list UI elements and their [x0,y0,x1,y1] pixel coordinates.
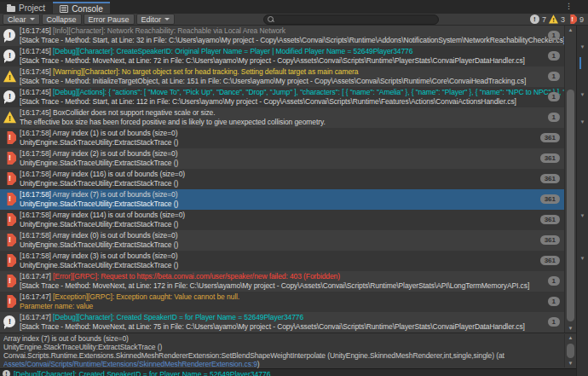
tab-project-label: Project [19,3,45,13]
tab-project[interactable]: Project [0,2,52,14]
foldout-arrow-icon[interactable]: ▼ [577,119,588,124]
collapse-label: Collapse [47,15,77,24]
entry-count-badge: 1 [548,297,560,306]
entry-severity-icon: ! [3,213,16,226]
warning-count-icon[interactable]: ! [549,14,558,24]
entry-severity-icon: ! [3,152,16,165]
console-entry[interactable]: ! [16:17:58] Array index (7) is out of b… [0,189,564,210]
folder-icon [7,4,15,12]
scroll-down-icon[interactable]: ▼ [565,361,576,367]
console-entry[interactable]: ! [16:17:47] [Debug][Character]: Created… [0,312,564,333]
search-icon [268,16,274,22]
console-entry[interactable]: ! [16:17:45] [Debug][Character]: CreateS… [0,46,564,67]
entry-message: Array index (0) is out of bounds (size=0… [53,231,178,240]
entry-stacktrace: [Stack Trace - Method: Start, at Line: 1… [20,97,564,107]
detail-scrollbar[interactable]: ▲ ▼ [564,334,576,367]
entry-message: Array index (3) is out of bounds (size=0… [53,252,178,260]
search-field[interactable] [263,14,439,25]
entry-count-badge: 1 [548,31,560,40]
entry-message: [Debug][Character]: Created SpeakerID = … [53,313,303,321]
console-toolbar: Clear Collapse Error Pause Editor ! 7 ! … [0,14,588,26]
foldout-arrow-icon[interactable]: ▼ [577,44,588,49]
chevron-down-icon [164,18,170,20]
entry-severity-icon: ! [3,193,16,205]
error-count-icon[interactable]: ! [568,14,577,24]
detail-line: Array index (7) is out of bounds (size=0… [3,334,562,343]
entry-stacktrace: UnityEngine.StackTraceUtility:ExtractSta… [20,179,564,188]
status-bar[interactable]: ! [Debug][Character]: Created SpeakerID … [0,368,576,376]
entry-timestamp: [16:17:58] [20,129,51,137]
console-entry[interactable]: ! [16:17:58] Array index (0) is out of b… [0,230,564,251]
console-entry[interactable]: ! [16:17:45] [Warning][Character]: No ta… [0,67,564,87]
console-entry[interactable]: ! [16:17:58] Array index (114) is out of… [0,210,564,230]
console-entry[interactable]: ! [16:17:58] Array index (2) is out of b… [0,148,564,169]
entry-severity-icon: ! [3,275,16,287]
entry-message: [Debug][Character]: CreateSpeakerID: Ori… [53,47,412,55]
link-suffix: ) [257,360,260,368]
list-scrollbar-thumb[interactable] [567,90,574,321]
entry-message: Array index (7) is out of bounds (size=0… [53,190,178,199]
entry-timestamp: [16:17:47] [20,272,51,281]
search-input[interactable] [274,14,435,24]
entry-message: Array index (114) is out of bounds (size… [53,211,185,219]
detail-pane: Array index (7) is out of bounds (size=0… [0,333,576,368]
status-message: [Debug][Character]: Created SpeakerID = … [14,370,270,376]
scroll-down-icon[interactable]: ▼ [565,326,576,332]
entry-stacktrace: UnityEngine.StackTraceUtility:ExtractSta… [20,261,564,270]
list-scrollbar[interactable]: ▲ ▼ [564,26,576,333]
detail-line: Convai.Scripts.Runtime.Extensions.Skinne… [3,351,562,360]
kebab-menu-icon[interactable]: ⋮ [565,1,573,12]
clear-button[interactable]: Clear [3,14,40,25]
entry-count-badge: 1 [548,276,560,286]
entry-count-badge: 361 [540,215,560,224]
entry-count-badge: 361 [540,174,560,183]
collapse-button[interactable]: Collapse [42,14,82,25]
scroll-up-icon[interactable]: ▲ [565,27,576,33]
entry-timestamp: [16:17:45] [20,26,51,35]
entry-stacktrace: The effective box size has been forced p… [20,118,564,127]
entry-message: [Error][GRPC]: Request to https://beta.c… [53,272,340,281]
detail-scrollbar-thumb[interactable] [567,344,574,358]
entry-count-badge: 1 [548,92,560,101]
foldout-arrow-icon[interactable]: ▼ [577,92,588,97]
log-icon: ! [3,370,10,376]
entry-timestamp: [16:17:47] [20,292,51,301]
entry-severity-icon: ! [3,295,16,308]
entry-stacktrace: Parameter name: value [20,302,564,311]
console-entry[interactable]: ! [16:17:58] Array index (1) is out of b… [0,128,564,148]
foldout-arrow-icon[interactable]: ▼ [577,256,588,261]
tab-console[interactable]: Console [53,2,110,14]
entry-timestamp: [16:17:45] [20,47,51,55]
stacktrace-file-link[interactable]: Assets/Convai/Scripts/Runtime/Extensions… [3,360,257,368]
entry-timestamp: [16:17:45] [20,88,51,96]
tab-console-label: Console [72,4,103,14]
entry-message: Array index (116) is out of bounds (size… [53,170,185,178]
console-entry[interactable]: ! [16:17:45] BoxCollider does not suppor… [0,107,564,128]
console-entry[interactable]: ! [16:17:47] [Exception][GRPC]: Exceptio… [0,292,564,312]
entry-severity-icon: ! [3,315,16,328]
foldout-arrow-icon[interactable]: ▼ [577,213,588,218]
info-count-icon[interactable]: ! [530,14,539,24]
entry-count-badge: 1 [548,113,560,122]
log-counters: ! 7 ! 3 ! 9 [530,14,584,24]
entry-timestamp: [16:17:58] [20,149,51,158]
entry-severity-icon: ! [3,234,16,246]
console-entry[interactable]: ! [16:17:47] [Error][GRPC]: Request to h… [0,271,564,292]
error-count: 9 [579,15,584,24]
entry-message: BoxCollider does not support negative sc… [53,108,215,117]
error-pause-button[interactable]: Error Pause [84,14,135,25]
console-entry[interactable]: ! [16:17:45] [Info][Character]: Network … [0,26,564,46]
console-entry[interactable]: ! [16:17:58] Array index (3) is out of b… [0,251,564,271]
entry-severity-icon: ! [3,131,16,144]
console-entry[interactable]: ! [16:17:58] Array index (116) is out of… [0,169,564,189]
edge-accent-bar [579,57,581,69]
entry-message: Array index (2) is out of bounds (size=0… [53,149,178,158]
entry-stacktrace: [Stack Trace - Method: MoveNext, at Line… [20,281,564,291]
editor-dropdown[interactable]: Editor [136,14,176,25]
console-log-list: ! [16:17:45] [Info][Character]: Network … [0,26,564,333]
console-entry[interactable]: ! [16:17:45] [Debug][Actions]: { "action… [0,87,564,107]
entry-stacktrace: [Stack Trace - Method: Start, at Line: 3… [20,36,564,45]
entry-timestamp: [16:17:47] [20,313,51,321]
entry-timestamp: [16:17:58] [20,170,51,178]
scroll-up-icon[interactable]: ▲ [565,335,576,341]
